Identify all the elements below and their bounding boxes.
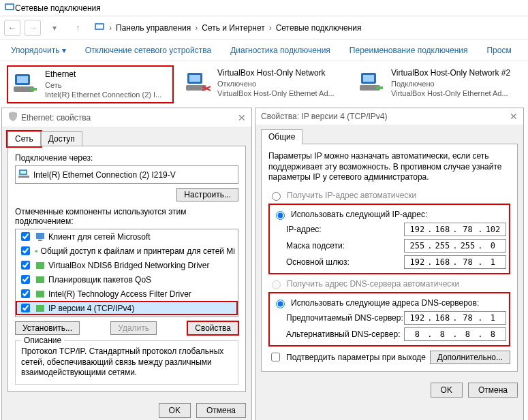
close-icon[interactable]: ✕ <box>238 112 246 123</box>
connect-using-label: Подключение через: <box>15 153 238 163</box>
radio-input[interactable] <box>272 192 281 201</box>
button-label: Дополнительно... <box>437 353 503 362</box>
breadcrumb-item[interactable]: Сетевые подключения <box>276 23 362 33</box>
rename-button[interactable]: Переименование подключения <box>350 46 468 55</box>
protocol-icon <box>35 303 46 314</box>
list-item[interactable]: Общий доступ к файлам и принтерам для се… <box>16 244 238 258</box>
svg-rect-22 <box>35 250 37 252</box>
use-dns-radio[interactable]: Использовать следующие адреса DNS-сервер… <box>273 297 506 308</box>
address-bar[interactable]: › Панель управления › Сеть и Интернет › … <box>91 19 524 37</box>
use-ip-radio[interactable]: Использовать следующий IP-адрес: <box>273 209 506 220</box>
radio-input[interactable] <box>276 300 285 308</box>
advanced-button[interactable]: Дополнительно... <box>430 351 510 364</box>
breadcrumb-item[interactable]: Сеть и Интернет <box>202 23 264 33</box>
configure-button[interactable]: Настроить... <box>176 188 238 201</box>
list-item[interactable]: VirtualBox NDIS6 Bridged Networking Driv… <box>16 258 238 272</box>
item-label: Intel(R) Technology Access Filter Driver <box>48 289 191 299</box>
checkbox-input[interactable] <box>271 353 280 361</box>
description-group: Описание Протокол TCP/IP. Стандартный пр… <box>15 340 238 385</box>
ok-button[interactable]: OK <box>431 383 463 398</box>
item-checkbox[interactable] <box>21 232 30 241</box>
ipv4-properties-dialog: Свойства: IP версии 4 (TCP/IPv4) ✕ Общие… <box>255 108 524 420</box>
button-label: Удалить <box>118 323 149 333</box>
diagnose-button[interactable]: Диагностика подключения <box>230 46 330 55</box>
obtain-dns-auto-radio: Получить адрес DNS-сервера автоматически <box>268 278 510 289</box>
forward-button[interactable]: → <box>25 20 41 36</box>
ip-address-input[interactable]: 192.168.78.102 <box>404 223 506 236</box>
control-panel-icon <box>94 21 105 34</box>
install-button[interactable]: Установить... <box>15 321 80 335</box>
preferred-dns-input[interactable]: 192.168.78.1 <box>404 311 506 325</box>
back-button[interactable]: ← <box>4 20 20 36</box>
view-menu[interactable]: Просм <box>486 46 511 55</box>
default-gateway-input[interactable]: 192.168.78.1 <box>404 255 506 269</box>
disable-device-button[interactable]: Отключение сетевого устройства <box>85 46 211 55</box>
components-list[interactable]: Клиент для сетей Microsoft Общий доступ … <box>15 229 238 317</box>
network-adapter-icon <box>185 68 212 95</box>
item-checkbox[interactable] <box>21 289 30 298</box>
adapter-status: Сеть <box>45 80 161 90</box>
dialog-titlebar: Ethernet: свойства ✕ <box>2 108 251 127</box>
ethernet-properties-dialog: Ethernet: свойства ✕ Сеть Доступ Подключ… <box>1 108 252 420</box>
adapter-driver: VirtualBox Host-Only Ethernet Ad... <box>391 88 510 98</box>
list-item[interactable]: Клиент для сетей Microsoft <box>16 229 238 244</box>
alternate-dns-input[interactable]: 8.8.8.8 <box>404 327 506 341</box>
tab-label: Доступ <box>48 134 75 144</box>
list-item[interactable]: Планировщик пакетов QoS <box>16 272 238 287</box>
button-label: Свойства <box>195 323 231 333</box>
cancel-button[interactable]: Отмена <box>196 403 246 418</box>
button-label: OK <box>441 385 452 395</box>
obtain-ip-auto-radio[interactable]: Получить IP-адрес автоматически <box>268 190 510 201</box>
validate-on-exit-checkbox[interactable]: Подтвердить параметры при выходе <box>268 351 430 364</box>
breadcrumb-item[interactable]: Панель управления <box>116 23 191 33</box>
tab-access[interactable]: Доступ <box>41 131 82 146</box>
description-text: Протокол TCP/IP. Стандартный протокол гл… <box>21 346 232 378</box>
recent-locations-button[interactable]: ▾ <box>48 21 61 35</box>
radio-label: Получить IP-адрес автоматически <box>287 191 416 200</box>
command-bar: Упорядочить ▾ Отключение сетевого устрой… <box>0 39 528 61</box>
adapter-status: Отключено <box>217 79 335 88</box>
network-adapter-icon <box>358 68 386 95</box>
list-item-ipv4[interactable]: IP версии 4 (TCP/IPv4) <box>16 301 238 315</box>
svg-rect-3 <box>96 25 103 29</box>
item-label: Клиент для сетей Microsoft <box>48 232 151 242</box>
list-item[interactable]: Протокол мультиплексора сетевого адаптер… <box>16 315 238 317</box>
button-label: OK <box>169 406 181 415</box>
button-label: Установить... <box>22 323 72 333</box>
item-checkbox[interactable] <box>21 261 30 270</box>
svg-rect-7 <box>30 88 37 91</box>
preferred-dns-label: Предпочитаемый DNS-сервер: <box>273 313 404 323</box>
properties-button[interactable]: Свойства <box>187 321 238 335</box>
svg-rect-19 <box>18 176 29 178</box>
adapter-item-ethernet[interactable]: Ethernet Сеть Intel(R) Ethernet Connecti… <box>7 65 174 103</box>
item-checkbox[interactable] <box>21 304 30 312</box>
up-button[interactable]: ↑ <box>71 21 84 35</box>
adapter-status: Подключено <box>391 79 510 88</box>
adapter-name: VirtualBox Host-Only Network #2 <box>391 68 510 79</box>
radio-label: Использовать следующие адреса DNS-сервер… <box>291 298 479 308</box>
radio-input[interactable] <box>276 211 285 220</box>
description-legend: Описание <box>21 336 64 345</box>
dialog-titlebar: Свойства: IP версии 4 (TCP/IPv4) ✕ <box>255 108 523 125</box>
item-checkbox[interactable] <box>21 246 30 255</box>
adapter-list: Ethernet Сеть Intel(R) Ethernet Connecti… <box>0 61 528 108</box>
organize-menu[interactable]: Упорядочить ▾ <box>11 46 66 55</box>
components-label: Отмеченные компоненты используются этим … <box>15 207 238 226</box>
adapter-item-vbox1[interactable]: VirtualBox Host-Only Network Отключено V… <box>181 65 347 103</box>
ok-button[interactable]: OK <box>159 403 191 418</box>
adapter-item-vbox2[interactable]: VirtualBox Host-Only Network #2 Подключе… <box>354 65 521 103</box>
close-icon[interactable]: ✕ <box>510 111 518 122</box>
button-label: Настроить... <box>184 190 231 199</box>
tab-strip: Общие <box>261 125 518 144</box>
list-item[interactable]: Intel(R) Technology Access Filter Driver <box>16 287 238 301</box>
item-checkbox[interactable] <box>21 275 30 284</box>
svg-rect-16 <box>376 86 383 89</box>
subnet-mask-input[interactable]: 255.255.255.0 <box>404 239 506 253</box>
ip-section: Использовать следующий IP-адрес: IP-адре… <box>268 204 510 274</box>
dialog-title: Свойства: IP версии 4 (TCP/IPv4) <box>261 112 388 121</box>
tab-general[interactable]: Общие <box>261 129 302 144</box>
tab-network[interactable]: Сеть <box>7 131 41 146</box>
cancel-button[interactable]: Отмена <box>468 383 518 398</box>
item-label: IP версии 4 (TCP/IPv4) <box>48 304 134 313</box>
remove-button: Удалить <box>110 321 157 335</box>
